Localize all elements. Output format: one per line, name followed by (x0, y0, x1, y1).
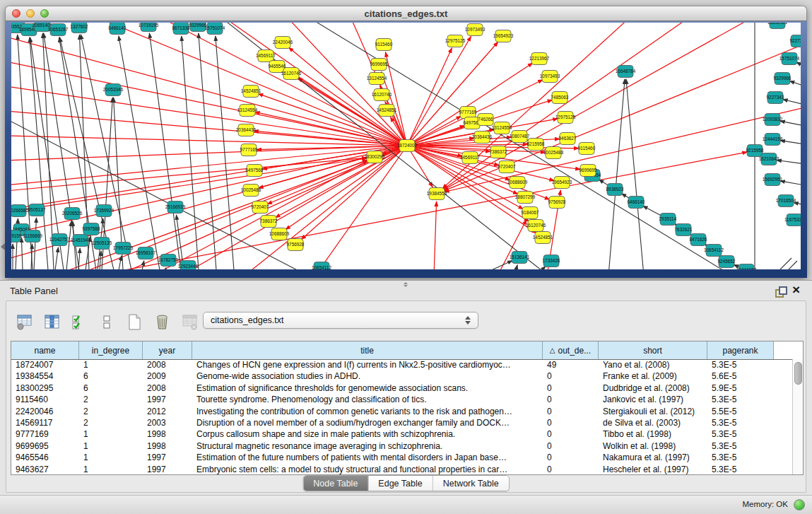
graph-node[interactable]: 14524851 (533, 232, 553, 244)
table-cell[interactable]: 0 (543, 370, 599, 382)
graph-node[interactable]: 10719195 (139, 23, 159, 32)
graph-node[interactable]: 6466140 (628, 197, 645, 209)
table-cell[interactable] (774, 370, 792, 382)
graph-edge[interactable] (34, 218, 36, 269)
graph-edge[interactable] (199, 33, 216, 269)
table-cell[interactable]: 9465546 (11, 452, 79, 463)
graph-node[interactable]: 10025488 (543, 147, 564, 159)
graph-node[interactable]: 15751074 (779, 53, 800, 65)
graph-node[interactable]: 8938923 (606, 184, 624, 196)
graph-node[interactable]: 12213967 (529, 53, 550, 65)
graph-node[interactable]: 10653287 (48, 24, 69, 36)
table-row[interactable]: 977716911998Corpus callosum shape and si… (11, 428, 792, 440)
graph-node[interactable]: 9756928 (548, 197, 566, 209)
table-cell[interactable]: Nakamura et al. (1997) (599, 452, 707, 463)
table-cell[interactable]: 1997 (143, 394, 192, 405)
graph-node[interactable]: 12923446 (178, 261, 199, 270)
graph-node[interactable]: 9319159 (11, 230, 22, 243)
table-cell[interactable]: 49 (543, 359, 599, 370)
table-row[interactable]: 1456911722003Disruption of a novel membe… (11, 417, 792, 428)
graph-edge[interactable] (514, 265, 517, 269)
graph-edge[interactable] (149, 33, 181, 269)
table-cell[interactable]: 18300295 (11, 382, 79, 394)
table-cell[interactable] (774, 359, 792, 370)
graph-node[interactable]: 10025488 (241, 185, 261, 197)
graph-edge[interactable] (777, 160, 801, 164)
table-cell[interactable]: 1 (79, 440, 143, 452)
table-cell[interactable]: 6 (79, 370, 143, 382)
graph-node[interactable]: 11156869 (23, 230, 42, 243)
table-cell[interactable]: 5.3E-5 (707, 440, 774, 452)
graph-node[interactable]: 20206526 (62, 208, 83, 220)
graph-node[interactable]: 11675334 (784, 214, 801, 226)
table-cell[interactable]: 5.6E-5 (707, 370, 774, 382)
graph-node[interactable]: 9463627 (559, 133, 577, 145)
graph-node[interactable]: 16648784 (616, 66, 636, 78)
graph-node[interactable]: 14569117 (460, 152, 480, 164)
table-cell[interactable]: 5.5E-5 (707, 406, 774, 417)
table-cell[interactable]: 1 (79, 359, 143, 370)
table-cell[interactable]: 2008 (143, 359, 192, 370)
graph-node[interactable]: 6497568 (246, 165, 264, 177)
table-row[interactable]: 1938455462009Genome-wide association stu… (11, 370, 792, 382)
table-cell[interactable]: 5.3E-5 (707, 394, 774, 405)
column-header-year[interactable]: year (143, 341, 192, 359)
table-row[interactable]: 2242004622012Investigating the contribut… (11, 406, 792, 417)
float-panel-button[interactable] (775, 286, 786, 296)
graph-node[interactable]: 12975125 (445, 35, 466, 47)
table-cell[interactable]: Tibbo et al. (1998) (599, 428, 707, 440)
graph-node[interactable]: 10973493 (540, 71, 560, 83)
graph-node[interactable]: 7386372 (490, 146, 507, 158)
table-cell[interactable]: 9777169 (11, 428, 79, 440)
table-row[interactable]: 946362711997Embryonic stem cells: a mode… (11, 464, 792, 474)
table-row[interactable]: 969969511998Structural magnetic resonanc… (11, 440, 792, 452)
table-cell[interactable]: Wolkin et al. (1998) (599, 440, 707, 452)
graph-edge[interactable] (21, 238, 23, 269)
graph-node[interactable]: 14569117 (256, 50, 276, 62)
graph-node[interactable]: 14524851 (377, 105, 397, 117)
vertical-scrollbar[interactable] (792, 359, 803, 474)
table-cell[interactable]: 2009 (143, 370, 192, 382)
new-column-icon[interactable] (125, 313, 143, 331)
table-cell[interactable] (774, 406, 792, 417)
table-cell[interactable]: 1998 (143, 428, 192, 440)
graph-node[interactable]: 8215958 (527, 139, 545, 151)
table-cell[interactable]: Tourette syndrome. Phenomenology and cla… (192, 394, 543, 405)
table-cell[interactable]: 2 (79, 394, 143, 405)
table-cell[interactable]: 0 (543, 428, 599, 440)
table-cell[interactable]: 14569117 (11, 417, 79, 428)
table-cell[interactable]: 19384554 (11, 370, 79, 382)
minimize-window-button[interactable] (26, 9, 35, 18)
collapsed-panel-arrow[interactable] (1, 243, 5, 250)
select-rows-icon[interactable] (70, 313, 88, 331)
graph-node[interactable]: 1733426 (543, 255, 560, 267)
table-cell[interactable]: Genome-wide association studies in ADHD. (192, 370, 543, 382)
table-cell[interactable] (774, 452, 792, 463)
table-cell[interactable]: 1 (79, 464, 143, 474)
graph-edge[interactable] (119, 36, 160, 269)
graph-edge[interactable] (153, 160, 367, 269)
table-cell[interactable]: 1 (79, 428, 143, 440)
graph-node[interactable]: 17016504 (776, 195, 796, 207)
table-cell[interactable]: 9115460 (11, 394, 79, 405)
graph-node[interactable]: 9227343 (790, 35, 801, 47)
graph-node[interactable]: 13124554 (237, 105, 258, 117)
graph-edge[interactable] (182, 36, 199, 269)
graph-node[interactable]: 1327602 (71, 23, 88, 33)
graph-edge[interactable] (783, 100, 801, 105)
graph-node[interactable]: 19654923 (552, 177, 572, 189)
graph-node[interactable]: 9115460 (375, 39, 393, 51)
graph-node[interactable]: 12093832 (763, 114, 783, 126)
graph-node[interactable]: 9699695 (370, 59, 388, 71)
graph-node[interactable]: 16120746 (372, 89, 392, 101)
zoom-window-button[interactable] (40, 9, 49, 18)
table-cell[interactable]: 1 (79, 452, 143, 463)
graph-node[interactable]: 10654112 (704, 245, 724, 257)
graph-node[interactable]: 10973493 (465, 24, 486, 36)
graph-node[interactable]: 12975125 (555, 112, 576, 124)
table-cell[interactable]: Stergiakouli et al. (2012) (599, 406, 707, 417)
graph-node[interactable]: 9184067 (522, 207, 539, 219)
graph-node[interactable]: 10807487 (510, 131, 530, 143)
table-cell[interactable] (774, 382, 792, 394)
table-cell[interactable]: 2012 (143, 406, 192, 417)
